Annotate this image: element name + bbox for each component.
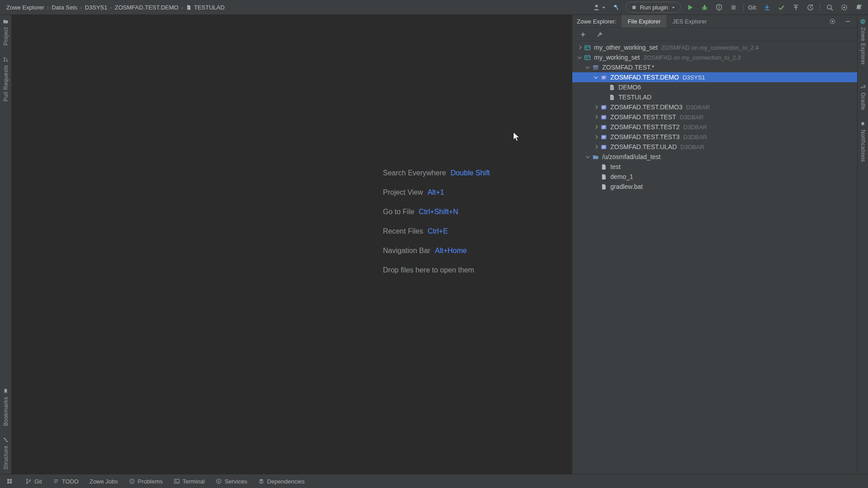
edit-working-sets-button[interactable] xyxy=(594,29,604,39)
tree-node-my-other-working-set[interactable]: my_other_working_setZOSMFAD on my_connec… xyxy=(572,42,857,52)
settings-button[interactable] xyxy=(839,2,849,12)
update-project-button[interactable] xyxy=(762,2,772,12)
tree-node-test[interactable]: test xyxy=(572,162,857,172)
tree-node-gradlew-bat[interactable]: gradlew.bat xyxy=(572,182,857,192)
breadcrumb-item-data-sets[interactable]: Data Sets xyxy=(50,3,79,12)
tool-stripe-structure[interactable]: Structure xyxy=(3,437,9,469)
breadcrumb-item-label: D3SYS1 xyxy=(85,4,108,11)
tree-chevron-expanded-icon[interactable] xyxy=(592,74,600,81)
tree-node-zosmfad-test-[interactable]: ZOSMFAD.TEST.* xyxy=(572,62,857,72)
drop-files-hint-label: Drop files here to open them xyxy=(383,266,474,274)
notifications-icon xyxy=(860,121,866,127)
tree-node-testulad[interactable]: TESTULAD xyxy=(572,92,857,102)
right-stripe-top-group: Zowe Explorer xyxy=(860,15,866,65)
navigation-breadcrumb: Zowe Explorer›Data Sets›D3SYS1›ZOSMFAD.T… xyxy=(5,3,226,12)
notifications-button[interactable] xyxy=(854,2,863,12)
tree-chevron-collapsed-icon[interactable] xyxy=(592,103,600,111)
status-bar-widget-label: Problems xyxy=(138,478,163,485)
debug-button[interactable] xyxy=(700,2,710,12)
main-content: ProjectPull Requests BookmarksStructure … xyxy=(0,15,868,474)
add-icon xyxy=(580,31,586,38)
tree-node-label: TESTULAD xyxy=(618,94,651,101)
add-connection-button[interactable] xyxy=(578,29,588,39)
file-icon xyxy=(600,163,608,171)
tree-chevron-spacer xyxy=(592,173,600,181)
tool-stripe-bookmarks[interactable]: Bookmarks xyxy=(3,388,9,426)
tree-chevron-collapsed-icon[interactable] xyxy=(576,44,584,52)
breadcrumb-item-d3sys1[interactable]: D3SYS1 xyxy=(83,3,109,12)
shortcut-key-combo: Double Shift xyxy=(451,169,490,177)
push-button[interactable] xyxy=(791,2,801,12)
tree-chevron-spacer xyxy=(600,84,608,91)
tree-node-zosmfad-test-demo3[interactable]: ZOSMFAD.TEST.DEMO3D3DBAR xyxy=(572,102,857,112)
breadcrumb-item-testulad[interactable]: TESTULAD xyxy=(184,3,226,12)
stop-button[interactable] xyxy=(729,2,739,12)
tree-node-demo-1[interactable]: demo_1 xyxy=(572,172,857,182)
tab-jes-explorer[interactable]: JES Explorer xyxy=(666,15,712,28)
search-everywhere-button[interactable] xyxy=(825,2,835,12)
tree-node-zosmfad-test-test2[interactable]: ZOSMFAD.TEST.TEST2D3DBAR xyxy=(572,122,857,132)
status-bar-widget-dependencies[interactable]: Dependencies xyxy=(258,478,305,485)
member-icon xyxy=(608,84,616,91)
history-button[interactable] xyxy=(805,2,815,12)
tree-node-suffix: D3DBAR xyxy=(679,114,703,121)
tree-node-zosmfad-test-ulad[interactable]: ZOSMFAD.TEST.ULADD3DBAR xyxy=(572,142,857,152)
git-commit-icon xyxy=(778,4,785,11)
tree-node-my-working-set[interactable]: my_working_setZOSMFAD on my_connection_t… xyxy=(572,52,857,62)
tool-window-title: Zowe Explorer: xyxy=(577,18,616,25)
tool-stripe-pull-requests[interactable]: Pull Requests xyxy=(3,56,9,102)
tool-stripe-project[interactable]: Project xyxy=(3,19,9,46)
tree-node-zosmfad-test-test3[interactable]: ZOSMFAD.TEST.TEST3D3DBAR xyxy=(572,132,857,142)
zowe-explorer-tool-window: Zowe Explorer: File ExplorerJES Explorer… xyxy=(572,15,857,474)
breadcrumb-item-label: Data Sets xyxy=(52,4,77,11)
tree-node-suffix: D3DBAR xyxy=(680,144,704,150)
run-button[interactable] xyxy=(685,2,695,12)
toolbar-separator xyxy=(820,4,820,11)
status-bar-widget-todo[interactable]: TODO xyxy=(53,478,79,485)
right-tool-stripe: Zowe Explorer GradleNotifications xyxy=(857,15,868,474)
profile-button[interactable] xyxy=(592,2,607,12)
build-button[interactable] xyxy=(611,2,621,12)
tree-chevron-collapsed-icon[interactable] xyxy=(592,143,600,151)
tool-stripe-notifications[interactable]: Notifications xyxy=(860,121,866,162)
commit-button[interactable] xyxy=(776,2,786,12)
tool-stripe-gradle[interactable]: Gradle xyxy=(860,84,866,110)
breadcrumb-item-zowe-explorer[interactable]: Zowe Explorer xyxy=(5,3,46,12)
coverage-button[interactable] xyxy=(714,2,724,12)
shortcut-hint: Go to FileCtrl+Shift+N xyxy=(383,206,490,217)
breadcrumb-item-zosmfad-test-demo[interactable]: ZOSMFAD.TEST.DEMO xyxy=(113,3,180,12)
shortcut-hint: Navigation BarAlt+Home xyxy=(383,245,490,256)
tree-node-label: ZOSMFAD.TEST.* xyxy=(602,64,654,71)
tool-window-options-button[interactable] xyxy=(827,16,837,26)
status-bar-widget-zowe-jobs[interactable]: Zowe Jobs xyxy=(90,478,118,485)
status-bar-widget-git[interactable]: Git xyxy=(25,478,42,485)
breadcrumb-item-label: TESTULAD xyxy=(194,4,225,11)
status-bar-widget-label: Services xyxy=(225,478,247,485)
tree-chevron-expanded-icon[interactable] xyxy=(584,64,592,71)
mask-icon xyxy=(592,64,599,71)
tree-node--u-zosmfad-ulad-test[interactable]: /u/zosmfad/ulad_test xyxy=(572,152,857,162)
toolbar-separator xyxy=(743,4,744,11)
tool-stripe-zowe-explorer[interactable]: Zowe Explorer xyxy=(860,19,866,65)
tree-chevron-expanded-icon[interactable] xyxy=(584,153,592,161)
status-bar-widget-problems[interactable]: Problems xyxy=(129,478,163,485)
tool-window-switcher-button[interactable] xyxy=(5,476,14,486)
breadcrumb-separator: › xyxy=(47,4,49,11)
run-configuration-selector[interactable]: Run plugin xyxy=(626,2,681,13)
hide-tool-window-button[interactable] xyxy=(843,16,853,26)
run-configuration-label: Run plugin xyxy=(640,4,668,11)
dropdown-icon xyxy=(671,5,675,9)
tree-chevron-collapsed-icon[interactable] xyxy=(592,113,600,121)
status-bar-widget-services[interactable]: Services xyxy=(216,478,247,485)
tree-node-suffix: ZOSMFAD on my_connection_to_2.3 xyxy=(643,54,741,61)
tree-chevron-collapsed-icon[interactable] xyxy=(592,133,600,141)
problems-icon xyxy=(129,478,135,484)
tree-node-zosmfad-test-demo[interactable]: ZOSMFAD.TEST.DEMOD3SYS1 xyxy=(572,72,857,82)
dataset-icon xyxy=(600,103,608,111)
tree-node-zosmfad-test-test[interactable]: ZOSMFAD.TEST.TESTD3DBAR xyxy=(572,112,857,122)
tree-chevron-expanded-icon[interactable] xyxy=(576,54,584,61)
tree-node-demo6[interactable]: DEMO6 xyxy=(572,82,857,92)
status-bar-widget-terminal[interactable]: Terminal xyxy=(174,478,205,485)
tab-file-explorer[interactable]: File Explorer xyxy=(622,15,666,28)
tree-chevron-collapsed-icon[interactable] xyxy=(592,123,600,131)
